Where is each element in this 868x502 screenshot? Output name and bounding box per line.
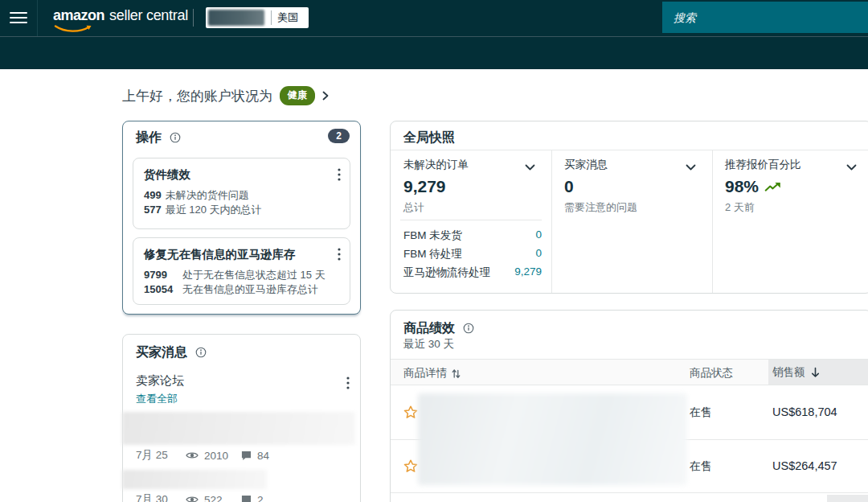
global-snapshot-card: 全局快照 未解决的订单 9,279 总计 FBM 未发货 0 FBM 待处理 0… — [390, 121, 868, 294]
account-name-blurred — [208, 10, 264, 26]
metric-label: 未解决的订单 — [403, 158, 469, 172]
search-input[interactable] — [662, 2, 868, 33]
comment-icon — [241, 495, 252, 502]
kebab-menu-icon[interactable] — [338, 168, 341, 184]
account-health-badge[interactable]: 健康 — [280, 86, 315, 105]
metric-unresolved-orders: 未解决的订单 9,279 总计 FBM 未发货 0 FBM 待处理 0 亚马逊物… — [391, 150, 551, 293]
messages-title: 买家消息 — [136, 345, 187, 359]
metric-label: 推荐报价百分比 — [725, 158, 801, 172]
action-item-title: 修复无在售信息的亚马逊库存 — [144, 247, 339, 262]
account-selector[interactable]: 美国 — [206, 7, 309, 28]
fbm-row: 亚马逊物流待处理 9,279 — [403, 265, 542, 280]
stat-line: 499未解决的货件问题 — [144, 188, 339, 203]
product-status: 在售 — [690, 405, 712, 420]
chevron-down-icon[interactable] — [846, 159, 857, 174]
column-label: 商品详情 — [403, 366, 447, 381]
performance-card-header: 商品绩效 — [403, 320, 474, 337]
info-icon[interactable] — [463, 323, 474, 337]
star-icon[interactable] — [403, 459, 418, 476]
forum-post-meta: 7月 25 2010 84 — [136, 448, 269, 463]
metric-featured-offer: 推荐报价百分比 98% 2 天前 — [712, 150, 868, 293]
greeting-row: 上午好，您的账户状况为 健康 — [122, 86, 329, 105]
stat-label: 无在售信息的亚马逊库存总计 — [182, 283, 318, 295]
column-header-product-details[interactable]: 商品详情 — [403, 366, 461, 381]
sub-navbar: 添加商品 卖家大学 — [0, 37, 868, 69]
fbm-value[interactable]: 0 — [535, 247, 542, 261]
product-details-blurred[interactable] — [418, 393, 687, 485]
product-performance-card: 商品绩效 最近 30 天 商品详情 商品状态 销售额 — [390, 310, 868, 502]
metric-label: 买家消息 — [564, 158, 608, 172]
forum-post-blurred[interactable] — [122, 412, 355, 445]
metric-value: 98% — [725, 177, 781, 196]
view-all-link[interactable]: 查看全部 — [136, 392, 178, 406]
kebab-menu-icon[interactable] — [338, 248, 341, 264]
fbm-value[interactable]: 9,279 — [514, 265, 542, 280]
fbm-label: 亚马逊物流待处理 — [403, 265, 490, 280]
metric-divider — [400, 220, 542, 220]
logo-divider — [193, 9, 194, 27]
greeting-text: 上午好，您的账户状况为 — [122, 87, 272, 105]
stat-label: 未解决的货件问题 — [166, 189, 249, 201]
info-icon[interactable] — [195, 347, 207, 361]
table-header: 商品详情 商品状态 销售额 — [391, 359, 868, 385]
column-label: 销售额 — [772, 365, 805, 380]
action-item-title: 货件绩效 — [144, 167, 339, 183]
metric-sublabel: 需要注意的问题 — [564, 200, 637, 215]
chevron-down-icon[interactable] — [525, 159, 535, 174]
fbm-label: FBM 待处理 — [403, 247, 462, 261]
post-date: 7月 25 — [136, 448, 186, 463]
metric-sublabel: 总计 — [403, 200, 424, 215]
amazon-smile-icon — [54, 22, 92, 36]
bookmark-icon[interactable] — [14, 84, 24, 99]
messages-card-header: 买家消息 — [136, 344, 207, 361]
marketplace-label: 美国 — [277, 10, 298, 25]
sort-down-icon — [810, 367, 821, 378]
metric-value-text: 98% — [725, 177, 759, 196]
chevron-right-icon[interactable] — [322, 91, 329, 101]
menu-icon[interactable] — [10, 11, 31, 24]
eye-icon — [186, 495, 199, 502]
top-navbar: amazon seller central 美国 — [0, 0, 868, 36]
stat-label: 处于无在售信息状态超过 15 天 — [182, 269, 326, 281]
stat-value: 499 — [144, 188, 162, 203]
actions-card: 操作 2 货件绩效 499未解决的货件问题 577最近 120 天内的总计 修复… — [122, 121, 361, 315]
stat-line: 9799处于无在售信息状态超过 15 天 — [144, 268, 339, 282]
stat-value: 577 — [144, 203, 162, 217]
snapshot-title: 全局快照 — [403, 130, 455, 146]
action-item-shipment-performance[interactable]: 货件绩效 499未解决的货件问题 577最近 120 天内的总计 — [133, 158, 350, 229]
fbm-value[interactable]: 0 — [535, 228, 542, 243]
stat-line: 577最近 120 天内的总计 — [144, 203, 339, 217]
post-date: 7月 30 — [136, 492, 186, 502]
seller-central-dashboard: amazon seller central 美国 添加商品 卖家大学 上午好，您… — [0, 0, 868, 502]
kebab-menu-icon[interactable] — [346, 376, 350, 393]
info-icon[interactable] — [170, 132, 181, 146]
fbm-row: FBM 未发货 0 — [403, 228, 542, 243]
product-status: 在售 — [690, 459, 712, 474]
account-box-divider — [271, 10, 272, 25]
star-icon[interactable] — [403, 405, 418, 422]
fbm-row: FBM 待处理 0 — [403, 247, 542, 261]
stat-value: 9799 — [144, 268, 178, 282]
buyer-messages-card: 买家消息 卖家论坛 查看全部 7月 25 2010 84 7月 30 — [122, 334, 361, 502]
fbm-label: FBM 未发货 — [403, 228, 462, 243]
comment-icon — [241, 451, 252, 461]
post-views: 522 — [204, 494, 241, 502]
column-header-product-status[interactable]: 商品状态 — [690, 366, 733, 381]
sales-column-partial-cell — [827, 495, 868, 502]
seller-forums-title: 卖家论坛 — [136, 373, 184, 389]
metric-buyer-messages: 买家消息 0 需要注意的问题 — [551, 150, 712, 293]
stat-label: 最近 120 天内的总计 — [166, 204, 262, 216]
metric-sublabel: 2 天前 — [725, 200, 755, 215]
action-item-fix-inactive-inventory[interactable]: 修复无在售信息的亚马逊库存 9799处于无在售信息状态超过 15 天 15054… — [133, 237, 350, 305]
column-header-sales[interactable]: 销售额 — [768, 360, 868, 385]
metric-value: 0 — [564, 177, 574, 196]
stat-value: 15054 — [144, 282, 178, 297]
logo-seller-central-text: seller central — [109, 7, 188, 24]
post-views: 2010 — [204, 450, 241, 462]
nav-item-add-products[interactable]: 添加商品 — [51, 84, 96, 99]
chevron-down-icon[interactable] — [686, 159, 696, 174]
stat-line: 15054无在售信息的亚马逊库存总计 — [144, 282, 339, 297]
forum-post-blurred[interactable] — [122, 470, 267, 489]
product-sales: US$618,704 — [772, 405, 837, 418]
topbar-divider — [37, 0, 38, 36]
